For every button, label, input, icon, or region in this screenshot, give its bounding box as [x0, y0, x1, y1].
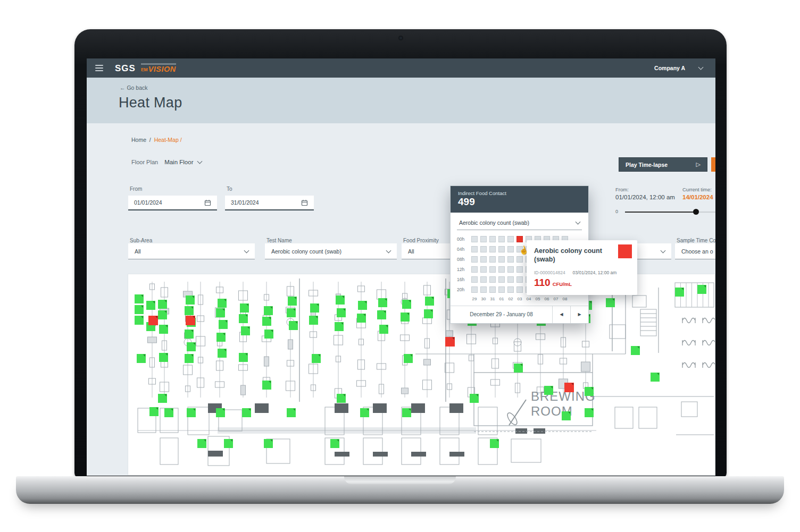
sample-marker-ok[interactable]: [216, 333, 226, 342]
heatmap-cell[interactable]: [498, 266, 505, 273]
sample-marker-ok[interactable]: [218, 299, 227, 308]
heatmap-cell[interactable]: [507, 256, 514, 263]
sample-marker-ok[interactable]: [490, 439, 499, 448]
sample-marker-ok[interactable]: [562, 411, 571, 420]
heatmap-cell[interactable]: [480, 286, 487, 293]
heatmap-cell[interactable]: [489, 266, 496, 273]
sample-marker-ok[interactable]: [242, 408, 251, 417]
sample-marker-ok[interactable]: [675, 288, 684, 297]
sample-marker-ok[interactable]: [358, 301, 367, 310]
sample-marker-ok[interactable]: [335, 322, 344, 331]
sample-marker-ok[interactable]: [219, 320, 228, 329]
sampletime-select[interactable]: Choose an o: [675, 243, 715, 259]
heatmap-cell[interactable]: [489, 276, 496, 283]
sample-marker-ok[interactable]: [262, 381, 271, 390]
heatmap-cell[interactable]: [480, 246, 487, 252]
sample-marker-ok[interactable]: [137, 354, 146, 363]
heatmap-cell[interactable]: [516, 276, 523, 283]
heatmap-cell[interactable]: [498, 246, 505, 252]
sample-marker-ok[interactable]: [185, 330, 194, 339]
sample-marker-ok[interactable]: [197, 439, 206, 448]
sample-marker-ok[interactable]: [240, 303, 249, 313]
sample-marker-ok[interactable]: [651, 373, 660, 382]
sample-marker-alert[interactable]: [445, 337, 455, 347]
sample-marker-ok[interactable]: [336, 295, 345, 305]
sample-marker-ok[interactable]: [631, 346, 640, 355]
sample-marker-ok[interactable]: [218, 349, 227, 358]
heatmap-cell[interactable]: [480, 266, 487, 273]
sample-marker-ok[interactable]: [697, 285, 706, 294]
sample-marker-ok[interactable]: [360, 408, 369, 417]
sample-marker-ok[interactable]: [309, 316, 318, 325]
heatmap-cell[interactable]: [507, 286, 514, 293]
sample-marker-ok[interactable]: [186, 295, 195, 305]
sample-marker-ok[interactable]: [379, 325, 388, 334]
reset-button-clipped[interactable]: [711, 157, 715, 172]
heatmap-cell[interactable]: [480, 236, 487, 242]
sample-marker-ok[interactable]: [404, 354, 413, 363]
prev-page-button[interactable]: ◀: [552, 306, 570, 323]
sample-marker-ok[interactable]: [158, 300, 167, 309]
heatmap-cell[interactable]: [498, 276, 505, 283]
sample-marker-alert[interactable]: [148, 316, 158, 325]
heatmap-cell[interactable]: [516, 266, 523, 273]
heatmap-cell[interactable]: [471, 236, 478, 242]
sample-marker-ok[interactable]: [330, 439, 339, 448]
sample-marker-ok[interactable]: [287, 408, 296, 417]
sample-marker-ok[interactable]: [159, 325, 168, 334]
sample-marker-ok[interactable]: [470, 394, 479, 403]
sample-marker-ok[interactable]: [402, 408, 411, 417]
heatmap-cell[interactable]: [507, 246, 514, 252]
testname-select[interactable]: Aerobic colony count (swab): [265, 243, 397, 259]
heatmap-cell[interactable]: [489, 246, 496, 252]
heatmap-cell[interactable]: [507, 236, 514, 242]
sample-marker-ok[interactable]: [239, 353, 248, 362]
sample-marker-ok[interactable]: [402, 300, 411, 309]
heatmap-cell[interactable]: [489, 256, 496, 263]
sample-marker-ok[interactable]: [377, 310, 386, 319]
sample-marker-ok[interactable]: [310, 303, 319, 313]
sample-marker-ok[interactable]: [606, 298, 615, 307]
sample-marker-ok[interactable]: [187, 408, 196, 417]
heatmap-cell-highlight[interactable]: [516, 236, 523, 242]
sample-marker-ok[interactable]: [264, 330, 273, 339]
sample-marker-alert[interactable]: [186, 316, 195, 325]
sample-marker-ok[interactable]: [187, 342, 196, 351]
sample-marker-ok[interactable]: [544, 386, 553, 395]
sample-marker-ok[interactable]: [378, 298, 387, 307]
sample-marker-ok[interactable]: [425, 297, 434, 306]
sample-marker-ok[interactable]: [146, 301, 155, 310]
popup-test-select[interactable]: Aerobic colony count (swab): [457, 219, 582, 230]
sample-marker-ok[interactable]: [224, 439, 233, 448]
sample-marker-ok[interactable]: [135, 305, 144, 314]
timeline-slider-thumb[interactable]: [693, 209, 699, 215]
heatmap-cell[interactable]: [516, 256, 523, 263]
sample-marker-ok[interactable]: [158, 310, 167, 319]
heatmap-cell[interactable]: [507, 266, 514, 273]
from-date-input[interactable]: 01/01/2024: [128, 196, 217, 210]
heatmap-cell[interactable]: [498, 286, 505, 293]
play-timelapse-button[interactable]: Play Time-lapse ▷: [619, 157, 707, 172]
to-date-input[interactable]: 31/01/2024: [225, 196, 314, 210]
sample-marker-ok[interactable]: [216, 408, 225, 417]
sample-marker-ok[interactable]: [158, 394, 167, 403]
floorplan-select[interactable]: Main Floor: [164, 159, 202, 165]
sample-marker-ok[interactable]: [289, 321, 298, 330]
sample-marker-ok[interactable]: [264, 439, 273, 448]
sample-marker-ok[interactable]: [149, 407, 159, 416]
sample-marker-ok[interactable]: [262, 317, 271, 326]
sample-marker-ok[interactable]: [357, 314, 366, 323]
heatmap-cell[interactable]: [471, 266, 478, 273]
menu-icon[interactable]: [95, 65, 103, 71]
heatmap-cell[interactable]: [498, 256, 505, 263]
sample-marker-alert[interactable]: [564, 383, 574, 392]
sample-marker-ok[interactable]: [585, 387, 594, 396]
heatmap-cell[interactable]: [471, 286, 478, 293]
heatmap-cell[interactable]: [489, 236, 496, 242]
sample-marker-ok[interactable]: [337, 308, 346, 317]
sample-marker-ok[interactable]: [216, 308, 225, 317]
sample-marker-ok[interactable]: [264, 306, 273, 315]
sample-marker-ok[interactable]: [401, 313, 410, 322]
sample-marker-ok[interactable]: [185, 354, 194, 363]
sample-marker-ok[interactable]: [337, 394, 346, 403]
